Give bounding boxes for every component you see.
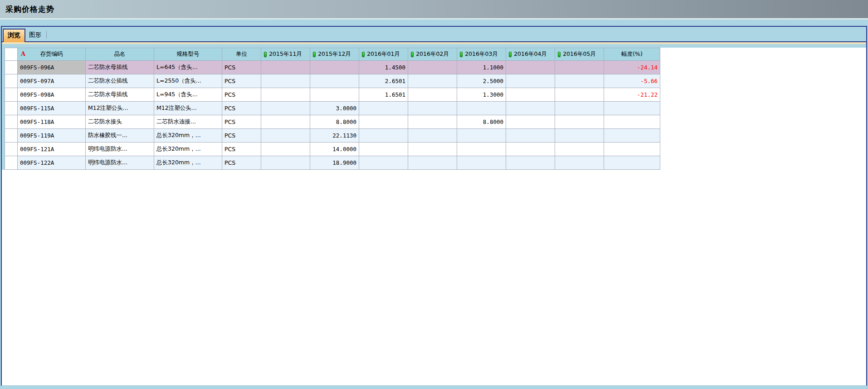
- grid-cell[interactable]: 009FS-121A: [18, 143, 86, 156]
- grid-cell[interactable]: [261, 102, 310, 115]
- grid-cell[interactable]: [261, 129, 310, 143]
- grid-cell[interactable]: [457, 129, 506, 143]
- grid-cell[interactable]: 二芯防水公插线: [86, 74, 154, 88]
- grid-cell[interactable]: [506, 115, 555, 129]
- grid-cell[interactable]: [408, 61, 457, 74]
- grid-cell[interactable]: M12注塑公头...: [154, 102, 222, 115]
- grid-cell[interactable]: 3.0000: [310, 102, 359, 115]
- grid-cell[interactable]: 009FS-096A: [18, 61, 86, 74]
- grid-cell[interactable]: 2.6501: [359, 74, 408, 88]
- grid-cell[interactable]: [261, 156, 310, 170]
- grid-cell[interactable]: [506, 143, 555, 156]
- grid-cell[interactable]: [408, 74, 457, 88]
- grid-cell[interactable]: -24.14: [604, 61, 660, 74]
- grid-cell[interactable]: 009FS-122A: [18, 156, 86, 170]
- grid-cell[interactable]: [506, 156, 555, 170]
- grid-cell[interactable]: 总长320mm，...: [154, 129, 222, 143]
- grid-cell[interactable]: [408, 102, 457, 115]
- grid-cell[interactable]: M12注塑公头...: [86, 102, 154, 115]
- grid-cell[interactable]: [359, 156, 408, 170]
- grid-cell[interactable]: 14.0000: [310, 143, 359, 156]
- grid-cell[interactable]: [261, 74, 310, 88]
- grid-cell[interactable]: 2.5000: [457, 74, 506, 88]
- grid-cell[interactable]: 18.9000: [310, 156, 359, 170]
- grid-cell[interactable]: [506, 61, 555, 74]
- grid-cell[interactable]: [555, 143, 604, 156]
- grid-cell[interactable]: L=2550（含头...: [154, 74, 222, 88]
- grid-cell[interactable]: [408, 115, 457, 129]
- grid-cell[interactable]: 1.4500: [359, 61, 408, 74]
- grid-cell[interactable]: PCS: [222, 61, 261, 74]
- grid-cell[interactable]: [359, 129, 408, 143]
- table-row[interactable]: 009FS-122A明纬电源防水...总长320mm，...PCS18.9000: [5, 156, 660, 170]
- grid-cell[interactable]: PCS: [222, 74, 261, 88]
- grid-cell[interactable]: [310, 61, 359, 74]
- grid-cell[interactable]: [261, 88, 310, 102]
- grid-cell[interactable]: [310, 74, 359, 88]
- table-row[interactable]: 009FS-097A二芯防水公插线L=2550（含头...PCS2.65012.…: [5, 74, 660, 88]
- column-header-month-2[interactable]: 2015年12月: [310, 48, 359, 61]
- grid-cell[interactable]: 009FS-115A: [18, 102, 86, 115]
- grid-cell[interactable]: [604, 102, 660, 115]
- grid-cell[interactable]: PCS: [222, 115, 261, 129]
- grid-cell[interactable]: [408, 156, 457, 170]
- grid-cell[interactable]: [555, 74, 604, 88]
- grid-cell[interactable]: 防水橡胶线一...: [86, 129, 154, 143]
- column-header-month-6[interactable]: 2016年04月: [506, 48, 555, 61]
- grid-cell[interactable]: 二芯防水母插线: [86, 61, 154, 74]
- column-header-unit[interactable]: 单位: [222, 48, 261, 61]
- table-row[interactable]: 009FS-118A二芯防水接头二芯防水连接...PCS8.80008.8000: [5, 115, 660, 129]
- grid-cell[interactable]: 明纬电源防水...: [86, 143, 154, 156]
- table-row[interactable]: 009FS-096A二芯防水母插线L=645（含头...PCS1.45001.1…: [5, 61, 660, 74]
- grid-cell[interactable]: 22.1130: [310, 129, 359, 143]
- grid-cell[interactable]: [457, 156, 506, 170]
- row-selector[interactable]: [5, 129, 18, 143]
- tab-graph[interactable]: 图形: [25, 30, 45, 40]
- grid-cell[interactable]: [506, 74, 555, 88]
- grid-cell[interactable]: [604, 156, 660, 170]
- grid-cell[interactable]: PCS: [222, 129, 261, 143]
- grid-cell[interactable]: 明纬电源防水...: [86, 156, 154, 170]
- table-row[interactable]: 009FS-115AM12注塑公头...M12注塑公头...PCS3.0000: [5, 102, 660, 115]
- row-selector[interactable]: [5, 74, 18, 88]
- grid-cell[interactable]: [359, 143, 408, 156]
- grid-cell[interactable]: [457, 143, 506, 156]
- grid-cell[interactable]: 二芯防水连接...: [154, 115, 222, 129]
- grid-cell[interactable]: [408, 143, 457, 156]
- grid-cell[interactable]: [555, 61, 604, 74]
- column-header-name[interactable]: 品名: [86, 48, 154, 61]
- grid-cell[interactable]: [261, 115, 310, 129]
- grid-cell[interactable]: 1.6501: [359, 88, 408, 102]
- grid-cell[interactable]: 1.1000: [457, 61, 506, 74]
- grid-cell[interactable]: -5.66: [604, 74, 660, 88]
- grid-cell[interactable]: 总长320mm，...: [154, 156, 222, 170]
- grid-cell[interactable]: 009FS-119A: [18, 129, 86, 143]
- grid-cell[interactable]: [506, 102, 555, 115]
- column-header-spec[interactable]: 规格型号: [154, 48, 222, 61]
- grid-cell[interactable]: PCS: [222, 88, 261, 102]
- grid-cell[interactable]: L=645（含头...: [154, 61, 222, 74]
- grid-cell[interactable]: 二芯防水接头: [86, 115, 154, 129]
- grid-cell[interactable]: 8.8000: [457, 115, 506, 129]
- grid-cell[interactable]: [457, 102, 506, 115]
- grid-cell[interactable]: PCS: [222, 143, 261, 156]
- grid-cell[interactable]: 总长320mm，...: [154, 143, 222, 156]
- grid-cell[interactable]: [506, 129, 555, 143]
- grid-cell[interactable]: [408, 88, 457, 102]
- row-selector[interactable]: [5, 143, 18, 156]
- column-header-month-4[interactable]: 2016年02月: [408, 48, 457, 61]
- grid-cell[interactable]: 1.3000: [457, 88, 506, 102]
- grid-cell[interactable]: PCS: [222, 156, 261, 170]
- row-selector[interactable]: [5, 61, 18, 74]
- grid-cell[interactable]: 009FS-097A: [18, 74, 86, 88]
- grid-cell[interactable]: [261, 61, 310, 74]
- grid-cell[interactable]: PCS: [222, 102, 261, 115]
- grid-cell[interactable]: L=945（含头...: [154, 88, 222, 102]
- column-header-pct[interactable]: 幅度(%): [604, 48, 660, 61]
- grid-cell[interactable]: 009FS-098A: [18, 88, 86, 102]
- grid-cell[interactable]: [555, 88, 604, 102]
- grid-cell[interactable]: [359, 102, 408, 115]
- grid-cell[interactable]: [261, 143, 310, 156]
- grid-cell[interactable]: [604, 129, 660, 143]
- grid-cell[interactable]: 二芯防水母插线: [86, 88, 154, 102]
